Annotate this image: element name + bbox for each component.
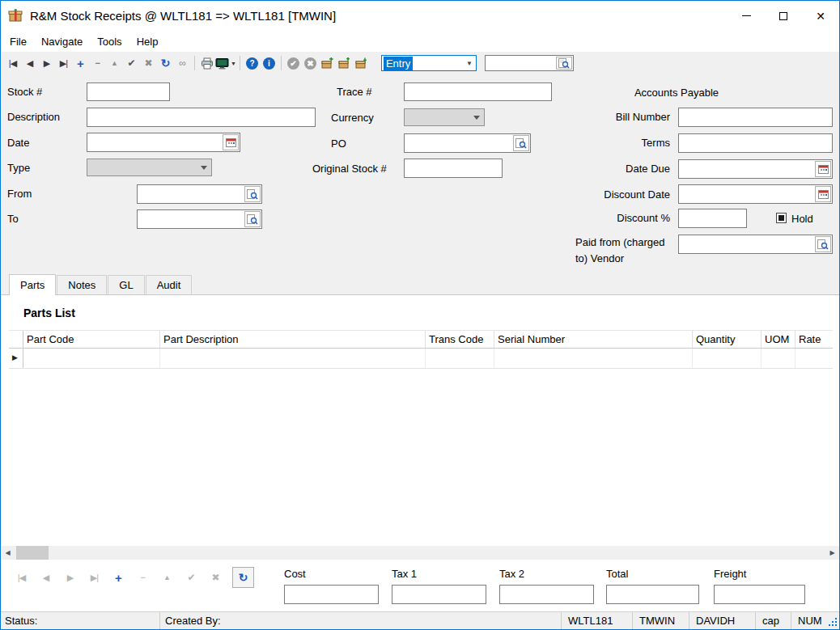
freight-input[interactable] bbox=[714, 585, 805, 604]
cost-input[interactable] bbox=[284, 585, 379, 604]
menu-help[interactable]: Help bbox=[129, 32, 166, 51]
resize-grip[interactable] bbox=[825, 612, 839, 629]
minimize-button[interactable] bbox=[728, 1, 765, 31]
column-header-part-code[interactable]: Part Code bbox=[23, 331, 160, 348]
next-record-button[interactable]: ▶ bbox=[38, 54, 55, 72]
menu-tools[interactable]: Tools bbox=[90, 32, 129, 51]
date-field[interactable] bbox=[87, 133, 240, 152]
tab-parts[interactable]: Parts bbox=[9, 274, 56, 295]
screen-view-button[interactable]: ▼ bbox=[215, 54, 236, 72]
stock-input[interactable] bbox=[87, 83, 169, 100]
po-input[interactable] bbox=[405, 134, 512, 152]
date-input[interactable] bbox=[87, 133, 222, 151]
cell-quantity[interactable] bbox=[693, 349, 762, 368]
discount-pct-field[interactable] bbox=[678, 209, 747, 228]
column-header-trans-code[interactable]: Trans Code bbox=[426, 331, 494, 348]
column-header-uom[interactable]: UOM bbox=[762, 331, 795, 348]
first-record-button[interactable]: |◀ bbox=[4, 54, 21, 72]
tax1-input[interactable] bbox=[392, 585, 486, 604]
from-input[interactable] bbox=[138, 185, 244, 203]
description-field[interactable] bbox=[87, 108, 316, 127]
help-button[interactable]: ? bbox=[244, 54, 261, 72]
up-row-button[interactable]: ▲ bbox=[156, 567, 178, 588]
last-record-button[interactable]: ▶| bbox=[55, 54, 72, 72]
delete-row-button[interactable]: − bbox=[132, 567, 154, 588]
to-field[interactable] bbox=[137, 209, 262, 229]
maximize-button[interactable] bbox=[765, 1, 802, 31]
to-input[interactable] bbox=[138, 210, 244, 228]
date-due-field[interactable] bbox=[678, 159, 833, 179]
po-search-button[interactable] bbox=[513, 135, 529, 151]
tab-notes[interactable]: Notes bbox=[57, 275, 107, 294]
close-button[interactable]: ✕ bbox=[802, 1, 839, 31]
save-row-button[interactable]: ✔ bbox=[180, 567, 202, 588]
void-button[interactable]: ✖ bbox=[302, 54, 319, 72]
column-header-part-description[interactable]: Part Description bbox=[160, 331, 426, 348]
currency-dropdown[interactable] bbox=[404, 108, 485, 126]
receive-parts-button[interactable] bbox=[319, 54, 336, 72]
stock-field[interactable] bbox=[87, 82, 170, 101]
menu-file[interactable]: File bbox=[2, 32, 34, 51]
scroll-left-button[interactable]: ◀ bbox=[1, 546, 15, 560]
up-button[interactable]: ▲ bbox=[106, 54, 123, 72]
terms-input[interactable] bbox=[679, 134, 832, 152]
po-field[interactable] bbox=[404, 133, 531, 153]
hold-checkbox[interactable] bbox=[776, 213, 787, 223]
cell-part-code[interactable] bbox=[23, 349, 160, 368]
add-record-button[interactable]: + bbox=[72, 54, 89, 72]
cancel-button[interactable]: ✖ bbox=[140, 54, 157, 72]
original-stock-input[interactable] bbox=[405, 159, 502, 177]
issue-parts-button[interactable] bbox=[336, 54, 353, 72]
type-dropdown[interactable] bbox=[87, 159, 212, 176]
prev-row-button[interactable]: ◀ bbox=[35, 567, 57, 588]
trace-input[interactable] bbox=[405, 83, 551, 100]
horizontal-scrollbar[interactable]: ◀ ▶ bbox=[1, 546, 839, 560]
vendor-search-button[interactable] bbox=[815, 236, 831, 252]
discount-date-picker-button[interactable] bbox=[815, 186, 831, 202]
delete-record-button[interactable]: − bbox=[89, 54, 106, 72]
quick-search-field[interactable] bbox=[485, 55, 574, 71]
tab-gl[interactable]: GL bbox=[108, 275, 144, 294]
trace-field[interactable] bbox=[404, 82, 552, 101]
original-stock-field[interactable] bbox=[404, 159, 503, 178]
tab-audit[interactable]: Audit bbox=[146, 275, 193, 294]
date-picker-button[interactable] bbox=[223, 134, 239, 150]
table-row[interactable]: ▶ bbox=[9, 349, 833, 369]
to-search-button[interactable] bbox=[244, 211, 261, 227]
quick-search-input[interactable] bbox=[486, 56, 555, 70]
discount-date-input[interactable] bbox=[679, 185, 814, 203]
vendor-field[interactable] bbox=[678, 235, 833, 254]
info-button[interactable]: i bbox=[261, 54, 278, 72]
column-header-rate[interactable]: Rate bbox=[795, 331, 833, 348]
cell-rate[interactable] bbox=[795, 349, 833, 368]
refresh-rows-button[interactable]: ↻ bbox=[232, 567, 254, 588]
bill-number-field[interactable] bbox=[678, 108, 833, 127]
quick-search-button[interactable] bbox=[556, 57, 572, 70]
refresh-button[interactable]: ↻ bbox=[157, 54, 174, 72]
approve-button[interactable]: ✔ bbox=[285, 54, 302, 72]
column-header-quantity[interactable]: Quantity bbox=[693, 331, 762, 348]
cell-uom[interactable] bbox=[762, 349, 795, 368]
discount-pct-input[interactable] bbox=[679, 209, 746, 227]
scroll-right-button[interactable]: ▶ bbox=[825, 546, 839, 560]
print-button[interactable] bbox=[198, 54, 215, 72]
bill-number-input[interactable] bbox=[679, 108, 832, 126]
vendor-input[interactable] bbox=[679, 235, 814, 253]
add-row-button[interactable]: + bbox=[108, 567, 129, 588]
save-button[interactable]: ✔ bbox=[123, 54, 140, 72]
mode-combobox[interactable]: Entry ▼ bbox=[381, 55, 477, 71]
cell-serial-number[interactable] bbox=[494, 349, 693, 368]
tax2-input[interactable] bbox=[499, 585, 594, 604]
terms-field[interactable] bbox=[678, 133, 833, 153]
discount-date-field[interactable] bbox=[678, 184, 833, 204]
date-due-picker-button[interactable] bbox=[815, 161, 831, 177]
scrollbar-thumb[interactable] bbox=[16, 546, 49, 560]
scrollbar-track[interactable] bbox=[15, 546, 825, 560]
link-button[interactable]: ∞ bbox=[174, 54, 191, 72]
cell-part-description[interactable] bbox=[160, 349, 426, 368]
row-selector[interactable]: ▶ bbox=[9, 349, 23, 368]
date-due-input[interactable] bbox=[679, 160, 814, 178]
cancel-row-button[interactable]: ✖ bbox=[205, 567, 227, 588]
first-row-button[interactable]: |◀ bbox=[11, 567, 32, 588]
description-input[interactable] bbox=[87, 108, 315, 126]
